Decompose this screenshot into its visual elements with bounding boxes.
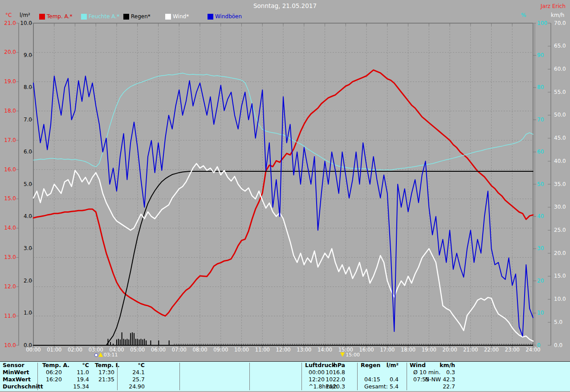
time-tick-label: 10:00 — [232, 347, 252, 353]
humidity-tick-label: 50 — [537, 182, 544, 187]
wind-tick-label: 45.0 — [554, 135, 566, 141]
table-cell-value: 25.7 — [87, 376, 145, 383]
table-divider — [179, 363, 180, 390]
rain-bar — [150, 340, 151, 345]
humidity-tick-label: 20 — [537, 278, 544, 284]
time-tick-label: 09:00 — [211, 347, 231, 353]
time-tick-label: 20:00 — [440, 347, 460, 353]
table-cell-value: N-NW 42.3 — [397, 376, 455, 383]
sunset-icon — [340, 352, 345, 357]
rain-bar — [110, 342, 111, 345]
wind-tick-label: 40.0 — [554, 158, 566, 164]
temp-tick-label: 19.0 — [0, 79, 16, 85]
time-tick-label: 21:00 — [461, 347, 480, 353]
table-col-unit: l/m² — [350, 362, 399, 368]
wind-tick-label: 55.0 — [554, 89, 566, 95]
rain-bar — [118, 339, 119, 346]
wind-tick-label: 10.0 — [554, 296, 566, 302]
weather-chart-window: Sonntag, 21.05.2017 Jarz Erich °C l/m² %… — [0, 0, 570, 392]
wind-tick-label: 30.0 — [554, 204, 566, 210]
time-tick-label: 00:00 — [24, 347, 43, 353]
time-tick-label: 22:00 — [482, 347, 501, 353]
wind-tick-label: 60.0 — [554, 66, 566, 72]
temp-tick-label: 16.0 — [0, 167, 16, 173]
temp-tick-label: 13.0 — [0, 255, 16, 260]
table-cell-value: 0.3 — [397, 369, 455, 376]
legend-swatch-2 — [81, 14, 87, 20]
humidity-tick-label: 80 — [537, 85, 544, 90]
rain-tick-label: 10.0 — [0, 20, 32, 26]
legend-swatch-5 — [208, 14, 213, 20]
rain-bar — [139, 339, 140, 345]
rain-tick-label: 5.0 — [0, 182, 32, 187]
time-tick-label: 05:00 — [128, 347, 147, 353]
table-row-header: MinWert — [3, 369, 29, 376]
rain-bar — [169, 340, 170, 345]
rain-bar — [126, 339, 127, 346]
wind-tick-label: 35.0 — [554, 182, 566, 187]
time-tick-label: 18:00 — [399, 347, 418, 353]
rain-bar — [141, 339, 142, 346]
sunrise-icon — [98, 352, 103, 357]
table-cell-value: 5.4 — [341, 384, 399, 390]
chart-canvas — [0, 0, 570, 361]
wind-tick-label: 25.0 — [554, 227, 566, 233]
table-cell-value: 1020.3 — [287, 384, 345, 390]
time-tick-label: 02:00 — [65, 347, 85, 353]
legend-swatch-3 — [123, 14, 129, 20]
rain-tick-label: 4.0 — [0, 214, 32, 219]
time-tick-label: 14:00 — [315, 347, 335, 353]
wind-tick-label: 0.0 — [554, 343, 562, 348]
rain-bar — [134, 333, 134, 346]
temp-tick-label: 15.0 — [0, 196, 16, 202]
table-row-header: Sensor — [3, 362, 24, 368]
legend-swatch-4 — [165, 14, 171, 20]
wind-tick-label: 15.0 — [554, 273, 566, 279]
sunrise-dot-icon — [94, 353, 98, 357]
stats-table: SensorMinWertMaxWertDurchschnittTemp. A.… — [0, 361, 570, 391]
marker-time-label: 15:00 — [346, 352, 360, 357]
legend-label-2: Feuchte A.* — [89, 13, 119, 20]
rain-bar — [120, 339, 121, 345]
table-cell-value: 15.34 — [31, 384, 89, 390]
wind-tick-label: 50.0 — [554, 112, 566, 118]
legend-label-4: Wind* — [173, 13, 189, 20]
rain-bar — [130, 333, 131, 346]
table-cell-value: 22.7 — [397, 384, 455, 390]
table-cell-value: 0.4 — [341, 376, 399, 383]
temp-tick-label: 12.0 — [0, 284, 16, 290]
wind-tick-label: 5.0 — [554, 319, 562, 325]
sunset-marker: 15:00 — [340, 352, 360, 358]
wind-tick-label: 65.0 — [554, 43, 566, 49]
time-tick-label: 17:00 — [378, 347, 397, 353]
rain-bar — [137, 339, 138, 346]
humidity-tick-label: 60 — [537, 149, 544, 155]
rain-bar — [116, 339, 117, 345]
humidity-tick-label: 70 — [537, 117, 544, 123]
marker-time-label: 03:11 — [104, 352, 118, 357]
rain-bar — [128, 339, 129, 345]
humidity-tick-label: 90 — [537, 53, 544, 58]
temp-tick-label: 14.0 — [0, 225, 16, 231]
rain-bar — [146, 340, 147, 345]
temp-tick-label: 17.0 — [0, 137, 16, 143]
table-cell-value: 1016.8 — [287, 369, 345, 376]
legend-swatch-1 — [39, 14, 45, 20]
humidity-tick-label: 40 — [537, 214, 544, 219]
sunrise-marker: 03:11 — [94, 352, 118, 358]
table-divider — [249, 363, 250, 390]
time-tick-label: 06:00 — [149, 347, 168, 353]
time-tick-label: 24:00 — [523, 347, 543, 353]
rain-bar — [125, 339, 126, 345]
rain-bar — [144, 339, 145, 346]
legend-label-1: Temp. A.* — [47, 13, 72, 20]
legend-label-5: Windböen — [215, 13, 242, 20]
humidity-tick-label: 10 — [537, 310, 544, 316]
table-col-unit: km/h — [406, 362, 455, 368]
table-cell-value: 11.0 — [31, 369, 89, 376]
wind-tick-label: 20.0 — [554, 251, 566, 256]
temp-tick-label: 18.0 — [0, 108, 16, 114]
time-tick-label: 19:00 — [419, 347, 439, 353]
time-tick-label: 01:00 — [45, 347, 64, 353]
rain-tick-label: 2.0 — [0, 278, 32, 284]
